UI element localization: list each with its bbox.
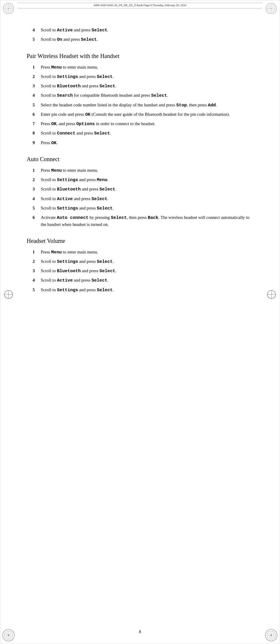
list-item: 3 Scroll to Bluetooth and press Select. xyxy=(33,83,253,90)
keyword: Bluetooth xyxy=(57,269,81,274)
ornament-top-right xyxy=(265,2,278,15)
step-number: 1 xyxy=(33,249,41,255)
page-number: 8 xyxy=(139,628,141,635)
step-number: 4 xyxy=(33,277,41,284)
step-text: Activate Auto connect by pressing Select… xyxy=(41,214,253,228)
section-heading-auto-connect: Auto Connect xyxy=(27,155,253,163)
keyword: Select xyxy=(92,28,107,33)
step-number: 5 xyxy=(33,205,41,212)
keyword: Menu xyxy=(97,178,107,183)
keyword: Add xyxy=(208,103,216,108)
step-text: Scroll to Settings and press Select. xyxy=(41,287,253,294)
keyword: OK xyxy=(51,141,56,146)
list-item: 8 Scroll to Connect and press Select. xyxy=(33,130,253,137)
step-text: Scroll to Connect and press Select. xyxy=(41,130,253,137)
list-item: 3 Scroll to Bluetooth and press Select. xyxy=(33,268,253,275)
headset-volume-list: 1 Press Menu to enter main menu. 2 Scrol… xyxy=(33,249,253,294)
keyword: Settings xyxy=(57,178,78,183)
keyword: OK xyxy=(85,112,90,117)
keyword: Settings xyxy=(57,288,78,293)
step-number: 3 xyxy=(33,83,41,89)
keyword: Select xyxy=(97,74,113,79)
header-text: KIRK 5020 5040 UK_FR_DE_ES_IT.book Page … xyxy=(94,4,186,7)
list-item: 2 Scroll to Settings and press Menu. xyxy=(33,176,253,183)
step-text: Scroll to Bluetooth and press Select. xyxy=(41,268,253,275)
svg-point-19 xyxy=(270,634,272,636)
svg-point-15 xyxy=(8,634,9,636)
keyword: Menu xyxy=(51,250,62,255)
mid-mark-left xyxy=(4,290,13,299)
step-number: 4 xyxy=(33,27,41,33)
keyword: Settings xyxy=(57,206,78,211)
list-item: 4 Scroll to Search for compatible Blueto… xyxy=(33,92,253,99)
initial-steps-list: 4 Scroll to Active and press Select. 5 S… xyxy=(33,27,253,43)
list-item: 6 Activate Auto connect by pressing Sele… xyxy=(33,214,253,228)
list-item: 6 Enter pin code and press OK (Consult t… xyxy=(33,111,253,118)
keyword: Select xyxy=(111,215,127,220)
keyword: Select xyxy=(92,278,107,283)
list-item: 4 Scroll to Active and press Select. xyxy=(33,277,253,284)
keyword: Select xyxy=(97,206,113,211)
list-item: 1 Press Menu to enter main menu. xyxy=(33,249,253,256)
keyword: Settings xyxy=(57,74,78,79)
keyword: Bluetooth xyxy=(57,84,81,89)
section-heading-pair-wireless: Pair Wireless Headset with the Handset xyxy=(27,52,253,60)
step-text: Scroll to On and press Select. xyxy=(41,36,253,43)
keyword: Stop xyxy=(176,103,187,108)
step-number: 5 xyxy=(33,287,41,293)
keyword: Menu xyxy=(51,168,62,173)
step-text: Scroll to Bluetooth and press Select. xyxy=(41,83,253,90)
keyword: OK xyxy=(51,122,56,127)
step-text: Scroll to Active and press Select. xyxy=(41,27,253,34)
list-item: 2 Scroll to Settings and press Select. xyxy=(33,73,253,80)
keyword: Select xyxy=(99,84,115,89)
step-number: 7 xyxy=(33,120,41,127)
step-number: 2 xyxy=(33,73,41,80)
ornament-bottom-right xyxy=(265,629,278,642)
keyword: Select xyxy=(99,187,115,192)
list-item: 2 Scroll to Settings and press Select. xyxy=(33,258,253,265)
keyword: Active xyxy=(57,197,73,202)
page: KIRK 5020 5040 UK_FR_DE_ES_IT.book Page … xyxy=(0,0,280,644)
keyword: Connect xyxy=(57,131,75,136)
list-item: 3 Scroll to Bluetooth and press Select. xyxy=(33,186,253,193)
step-number: 2 xyxy=(33,258,41,265)
step-number: 6 xyxy=(33,214,41,221)
step-text: Scroll to Settings and press Select. xyxy=(41,205,253,212)
list-item: 5 Scroll to Settings and press Select. xyxy=(33,287,253,294)
list-item: 5 Scroll to On and press Select. xyxy=(33,36,253,43)
step-number: 1 xyxy=(33,167,41,174)
list-item: 1 Press Menu to enter main menu. xyxy=(33,167,253,174)
step-text: Scroll to Settings and press Menu. xyxy=(41,176,253,183)
step-text: Press Menu to enter main menu. xyxy=(41,167,253,174)
keyword: On xyxy=(57,37,62,42)
list-item: 4 Scroll to Active and press Select. xyxy=(33,27,253,34)
step-text: Enter pin code and press OK (Consult the… xyxy=(41,111,253,118)
keyword: Select xyxy=(92,197,107,202)
ornament-bottom-left xyxy=(2,629,15,642)
keyword: Back xyxy=(148,215,158,220)
list-item: 5 Select the headset code number listed … xyxy=(33,102,253,109)
main-content: 4 Scroll to Active and press Select. 5 S… xyxy=(27,27,253,294)
step-text: Press Menu to enter main menu. xyxy=(41,249,253,256)
keyword: Select xyxy=(94,131,110,136)
step-text: Scroll to Search for compatible Bluetoot… xyxy=(41,92,253,99)
pair-wireless-list: 1 Press Menu to enter main menu. 2 Scrol… xyxy=(33,64,253,146)
auto-connect-list: 1 Press Menu to enter main menu. 2 Scrol… xyxy=(33,167,253,228)
keyword: Select xyxy=(81,37,97,42)
step-number: 2 xyxy=(33,176,41,183)
keyword: Select xyxy=(97,288,113,293)
step-text: Press OK. xyxy=(41,139,253,146)
mid-mark-right xyxy=(267,290,276,299)
keyword: Settings xyxy=(57,259,78,264)
keyword: Active xyxy=(57,28,73,33)
keyword: Active xyxy=(57,278,73,283)
step-number: 8 xyxy=(33,130,41,137)
step-text: Press Menu to enter main menu. xyxy=(41,64,253,71)
step-number: 4 xyxy=(33,195,41,202)
header-bar: KIRK 5020 5040 UK_FR_DE_ES_IT.book Page … xyxy=(18,3,262,8)
keyword: Select xyxy=(99,269,115,274)
keyword: Auto connect xyxy=(57,215,89,220)
step-number: 9 xyxy=(33,139,41,146)
list-item: 9 Press OK. xyxy=(33,139,253,146)
